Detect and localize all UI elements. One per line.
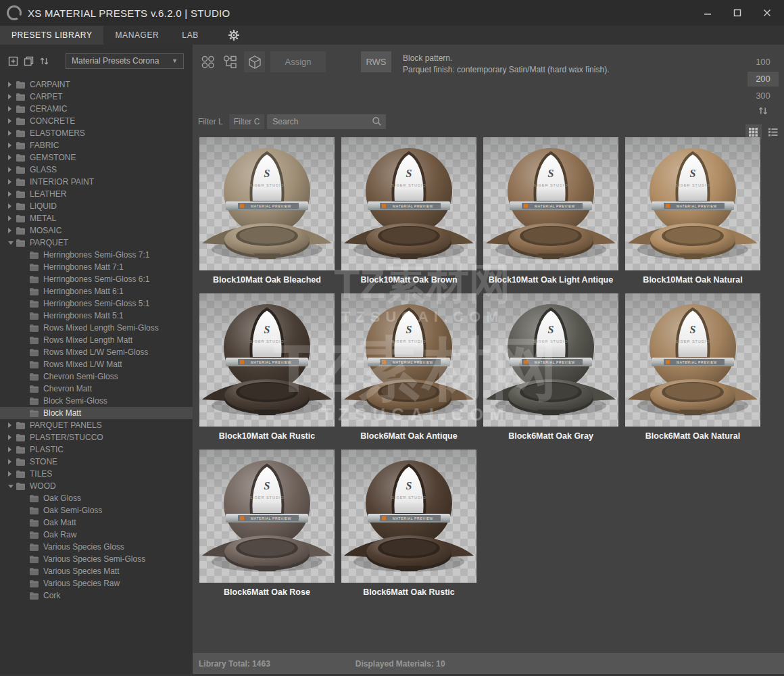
close-button[interactable] [762, 8, 772, 18]
tree-folder-gemstone[interactable]: GEMSTONE [0, 151, 193, 164]
chevron-collapsed-icon[interactable] [8, 435, 16, 440]
filter-c-button[interactable]: Filter C [229, 114, 265, 129]
tree-folder-wood[interactable]: WOOD [0, 480, 193, 492]
chevron-collapsed-icon[interactable] [8, 106, 16, 112]
tree-subfolder-block-matt[interactable]: Block Matt [0, 407, 193, 419]
tree-folder-plastic[interactable]: PLASTIC [0, 443, 193, 456]
chevron-collapsed-icon[interactable] [8, 228, 16, 233]
size-option-100[interactable]: 100 [756, 57, 770, 68]
tree-subfolder-chevron-matt[interactable]: Chevron Matt [0, 383, 193, 395]
tree-subfolder-various-species-semi-gloss[interactable]: Various Species Semi-Gloss [0, 553, 193, 565]
material-card-block6matt-oak-antique[interactable]: SSIGER STUDIOMATERIAL PREVIEWBlock6Matt … [341, 293, 476, 450]
chevron-collapsed-icon[interactable] [8, 471, 16, 477]
tree-folder-carpet[interactable]: CARPET [0, 91, 193, 103]
list-view-button[interactable] [765, 124, 781, 139]
assign-button[interactable]: Assign [270, 51, 326, 72]
tree-item-label: Oak Raw [43, 530, 76, 539]
chevron-collapsed-icon[interactable] [8, 130, 16, 136]
tree-subfolder-various-species-gloss[interactable]: Various Species Gloss [0, 541, 193, 553]
chevron-collapsed-icon[interactable] [8, 447, 16, 452]
tree-folder-ceramic[interactable]: CERAMIC [0, 103, 193, 115]
tree-subfolder-oak-semi-gloss[interactable]: Oak Semi-Gloss [0, 504, 193, 516]
tree-folder-tiles[interactable]: TILES [0, 468, 193, 480]
tree-folder-interior-paint[interactable]: INTERIOR PAINT [0, 176, 193, 188]
chevron-collapsed-icon[interactable] [8, 179, 16, 185]
size-option-200[interactable]: 200 [748, 72, 779, 87]
material-card-block6matt-oak-rose[interactable]: SSIGER STUDIOMATERIAL PREVIEWBlock6Matt … [199, 450, 335, 606]
tree-subfolder-rows-mixed-length-matt[interactable]: Rows Mixed Length Matt [0, 334, 193, 346]
chevron-collapsed-icon[interactable] [8, 167, 16, 172]
material-card-block6matt-oak-rustic[interactable]: SSIGER STUDIOMATERIAL PREVIEWBlock6Matt … [341, 450, 476, 606]
tree-subfolder-herringbones-semi-gloss-7-1[interactable]: Herringbones Semi-Gloss 7:1 [0, 249, 193, 261]
tab-manager[interactable]: MANAGER [103, 26, 170, 45]
chevron-collapsed-icon[interactable] [8, 94, 16, 99]
tree-folder-carpaint[interactable]: CARPAINT [0, 78, 193, 91]
tree-subfolder-herringbones-matt-7-1[interactable]: Herringbones Matt 7:1 [0, 261, 193, 273]
rws-button[interactable]: RWS [361, 51, 391, 72]
main-toolbar: Assign RWS Block pattern. Parquet finish… [199, 51, 609, 76]
chevron-collapsed-icon[interactable] [8, 143, 16, 148]
material-card-block6matt-oak-gray[interactable]: SSIGER STUDIOMATERIAL PREVIEWBlock6Matt … [483, 293, 618, 450]
tree-subfolder-cork[interactable]: Cork [0, 589, 193, 602]
tree-folder-elastomers[interactable]: ELASTOMERS [0, 127, 193, 139]
chevron-collapsed-icon[interactable] [8, 422, 16, 428]
folder-icon [16, 93, 25, 101]
chevron-collapsed-icon[interactable] [8, 459, 16, 464]
chevron-collapsed-icon[interactable] [8, 118, 16, 124]
material-card-block10matt-oak-rustic[interactable]: SSIGER STUDIOMATERIAL PREVIEWBlock10Matt… [199, 293, 335, 450]
tree-subfolder-various-species-raw[interactable]: Various Species Raw [0, 577, 193, 589]
tree-subfolder-chevron-semi-gloss[interactable]: Chevron Semi-Gloss [0, 370, 193, 383]
tree-folder-plaster-stucco[interactable]: PLASTER/STUCCO [0, 431, 193, 443]
chevron-collapsed-icon[interactable] [8, 155, 16, 160]
chevron-collapsed-icon[interactable] [8, 216, 16, 221]
tree-subfolder-herringbones-semi-gloss-5-1[interactable]: Herringbones Semi-Gloss 5:1 [0, 297, 193, 310]
tree-folder-parquet[interactable]: PARQUET [0, 237, 193, 249]
material-card-block10matt-oak-brown[interactable]: SSIGER STUDIOMATERIAL PREVIEWBlock10Matt… [341, 137, 476, 293]
tree-subfolder-oak-gloss[interactable]: Oak Gloss [0, 492, 193, 504]
tree-folder-liquid[interactable]: LIQUID [0, 200, 193, 212]
tree-subfolder-herringbones-matt-5-1[interactable]: Herringbones Matt 5:1 [0, 310, 193, 322]
tree-folder-metal[interactable]: METAL [0, 212, 193, 224]
chevron-collapsed-icon[interactable] [8, 203, 16, 209]
chevron-expanded-icon[interactable] [8, 241, 16, 245]
instances-icon[interactable] [222, 53, 239, 70]
tree-folder-concrete[interactable]: CONCRETE [0, 115, 193, 127]
settings-gear-icon[interactable] [218, 26, 249, 45]
tree-folder-mosaic[interactable]: MOSAIC [0, 224, 193, 237]
tree-folder-parquet-panels[interactable]: PARQUET PANELS [0, 419, 193, 431]
tree-subfolder-herringbones-matt-6-1[interactable]: Herringbones Matt 6:1 [0, 285, 193, 297]
chevron-expanded-icon[interactable] [8, 485, 16, 488]
material-card-block10matt-oak-natural[interactable]: SSIGER STUDIOMATERIAL PREVIEWBlock10Matt… [625, 137, 760, 293]
tree-folder-leather[interactable]: LEATHER [0, 188, 193, 200]
expand-all-icon[interactable] [7, 55, 19, 67]
tree-folder-stone[interactable]: STONE [0, 456, 193, 468]
tree-subfolder-rows-mixed-l-w-semi-gloss[interactable]: Rows Mixed L/W Semi-Gloss [0, 346, 193, 358]
material-card-block10matt-oak-bleached[interactable]: SSIGER STUDIOMATERIAL PREVIEWBlock10Matt… [199, 137, 335, 293]
library-dropdown[interactable]: Material Presets Corona ▼ [66, 53, 184, 69]
tree-subfolder-rows-mixed-length-semi-gloss[interactable]: Rows Mixed Length Semi-Gloss [0, 322, 193, 334]
material-card-block10matt-oak-light-antique[interactable]: SSIGER STUDIOMATERIAL PREVIEWBlock10Matt… [483, 137, 618, 293]
maximize-button[interactable] [733, 8, 742, 18]
chevron-collapsed-icon[interactable] [8, 82, 16, 87]
sort-icon[interactable] [38, 55, 50, 67]
tree-subfolder-herringbones-semi-gloss-6-1[interactable]: Herringbones Semi-Gloss 6:1 [0, 273, 193, 285]
thumbnails-icon[interactable] [199, 53, 216, 70]
tab-presets-library[interactable]: PRESETS LIBRARY [0, 26, 103, 45]
filter-l-label[interactable]: Filter L [198, 117, 223, 126]
search-input[interactable] [267, 114, 386, 129]
material-card-block6matt-oak-natural[interactable]: SSIGER STUDIOMATERIAL PREVIEWBlock6Matt … [625, 293, 760, 450]
minimize-button[interactable] [703, 8, 712, 18]
tree-subfolder-block-semi-gloss[interactable]: Block Semi-Gloss [0, 395, 193, 407]
tree-folder-fabric[interactable]: FABRIC [0, 139, 193, 151]
tree-subfolder-oak-matt[interactable]: Oak Matt [0, 516, 193, 529]
size-option-300[interactable]: 300 [756, 91, 770, 101]
collapse-all-icon[interactable] [22, 55, 34, 67]
tree-subfolder-oak-raw[interactable]: Oak Raw [0, 529, 193, 541]
sort-order-icon[interactable] [758, 105, 768, 119]
tree-subfolder-rows-mixed-l-w-matt[interactable]: Rows Mixed L/W Matt [0, 358, 193, 370]
cube-view-button[interactable] [244, 51, 265, 72]
tab-lab[interactable]: LAB [170, 26, 210, 45]
chevron-collapsed-icon[interactable] [8, 191, 16, 197]
tree-subfolder-various-species-matt[interactable]: Various Species Matt [0, 565, 193, 577]
tree-folder-glass[interactable]: GLASS [0, 164, 193, 176]
